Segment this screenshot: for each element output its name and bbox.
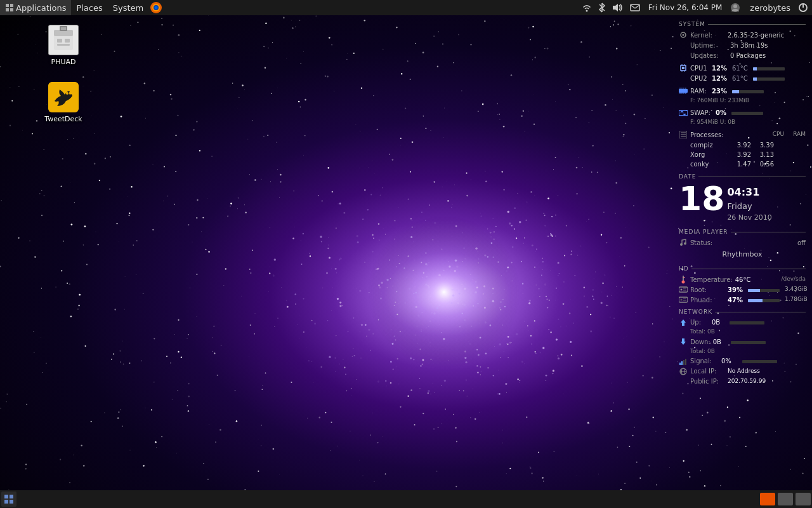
- applications-menu[interactable]: Applications: [0, 0, 71, 15]
- local-ip-icon: [679, 367, 688, 376]
- user-menu[interactable]: zerobytes: [745, 0, 796, 15]
- wifi-icon[interactable]: [580, 3, 594, 12]
- taskbar-gray-box-2: [796, 493, 811, 505]
- svg-point-8: [586, 10, 587, 12]
- signal-icon: [679, 357, 688, 366]
- date-display: 18 04:31 Friday 26 Nov 2010: [679, 182, 806, 223]
- kernel-row: Kernel: 2.6.35-23-generic: [679, 30, 806, 40]
- swap-icon: [679, 109, 688, 117]
- thermometer-icon: [679, 275, 688, 284]
- tweetdeck-label: TweetDeck: [44, 115, 82, 123]
- svg-rect-3: [10, 8, 13, 11]
- svg-rect-2: [6, 8, 9, 11]
- svg-rect-70: [4, 500, 8, 504]
- net-public-ip-row: Public IP: 202.70.59.99: [679, 377, 806, 386]
- power-icon[interactable]: [798, 3, 808, 13]
- svg-rect-69: [10, 495, 13, 498]
- svg-marker-9: [613, 4, 618, 11]
- taskbar-right: [759, 493, 812, 505]
- mail-icon[interactable]: [628, 4, 642, 11]
- uptime-row: Uptime: 3h 38m 19s: [679, 41, 806, 50]
- svg-point-7: [155, 6, 158, 10]
- updates-row: Updates: 0 Packages: [679, 51, 806, 60]
- ram-icon: [679, 86, 688, 95]
- ram-detail-row: F: 760MiB U: 233MiB: [679, 97, 806, 105]
- media-status-row: Status: off: [679, 238, 806, 248]
- firefox-launcher[interactable]: [150, 1, 162, 14]
- music-icon: [679, 238, 688, 247]
- svg-point-49: [682, 281, 685, 284]
- tweetdeck-icon-image: [48, 82, 79, 112]
- svg-point-25: [683, 34, 684, 36]
- cpu2-row: CPU2 12% 61°C: [679, 74, 806, 83]
- svg-marker-60: [681, 338, 686, 345]
- svg-rect-68: [4, 495, 8, 498]
- hd-section-title: HD: [679, 265, 806, 274]
- svg-point-46: [680, 243, 683, 246]
- user-avatar-icon[interactable]: [728, 3, 742, 13]
- svg-rect-20: [65, 39, 70, 43]
- cpu1-row: CPU1 12% 61°C: [679, 64, 806, 73]
- taskbar-gray-box: [778, 493, 793, 505]
- bottom-panel: [0, 490, 812, 508]
- svg-rect-1: [10, 4, 13, 7]
- panel-left: Applications Places System: [0, 0, 580, 15]
- svg-rect-61: [679, 363, 681, 365]
- svg-rect-0: [6, 4, 9, 7]
- phuad-icon-image: [48, 25, 79, 55]
- svg-rect-64: [685, 359, 686, 365]
- svg-rect-27: [682, 67, 684, 69]
- processes-header-row: Processes: CPU RAM: [679, 130, 806, 140]
- process-row-3: conky 1.47 0.56: [679, 159, 806, 169]
- net-up-icon: [679, 318, 688, 327]
- svg-rect-71: [10, 500, 13, 504]
- hd-root-icon: [679, 285, 688, 294]
- net-up-total-row: Total: 0B: [679, 328, 806, 337]
- net-down-icon: [679, 337, 688, 346]
- svg-rect-10: [631, 4, 639, 11]
- media-player-name: Rhythmbox: [679, 250, 806, 260]
- svg-point-47: [684, 243, 686, 245]
- conky-widget: SYSTEM Kernel: 2.6.35-23-generic Uptime:…: [679, 20, 806, 387]
- svg-rect-32: [679, 89, 688, 93]
- hd-root-row: Root: 39% 3.43GiB: [679, 285, 806, 295]
- svg-rect-41: [679, 110, 688, 116]
- hd-temp-row: Temperature: 46°C /dev/sda: [679, 275, 806, 284]
- ram-row: RAM: 23%: [679, 86, 806, 96]
- hd-phuad-row: Phuad: 47% 1.78GiB: [679, 295, 806, 305]
- kernel-icon: [679, 30, 688, 39]
- svg-rect-19: [57, 39, 62, 43]
- svg-rect-21: [57, 44, 70, 46]
- cpu-icon: [679, 64, 688, 72]
- datetime-display: Fri Nov 26, 6:04 PM: [645, 3, 726, 12]
- tweetdeck-icon[interactable]: TweetDeck: [35, 79, 92, 126]
- system-menu[interactable]: System: [108, 0, 148, 15]
- svg-point-56: [681, 299, 683, 301]
- svg-rect-51: [679, 287, 688, 292]
- taskbar-app-icon[interactable]: [1, 491, 16, 507]
- swap-row: SWAP: 0%: [679, 108, 806, 117]
- media-section-title: MEDIA PLAYER: [679, 228, 806, 237]
- desktop: Applications Places System: [0, 0, 812, 508]
- net-signal-row: Signal: 0%: [679, 356, 806, 366]
- svg-rect-18: [61, 27, 66, 30]
- svg-rect-63: [683, 360, 684, 365]
- svg-point-52: [681, 289, 683, 291]
- volume-icon[interactable]: [610, 3, 625, 12]
- process-row-2: Xorg 3.92 3.13: [679, 150, 806, 159]
- taskbar-orange-box[interactable]: [760, 493, 775, 505]
- processes-icon: [679, 130, 688, 139]
- top-panel: Applications Places System: [0, 0, 812, 15]
- phuad-label: PHUAD: [51, 58, 76, 66]
- svg-rect-50: [683, 277, 685, 278]
- places-menu[interactable]: Places: [71, 0, 107, 15]
- process-row-1: compiz 3.92 3.39: [679, 140, 806, 150]
- net-local-ip-row: Local IP: No Address: [679, 366, 806, 376]
- phuad-icon[interactable]: PHUAD: [35, 22, 92, 69]
- bluetooth-icon[interactable]: [596, 3, 608, 13]
- svg-point-23: [66, 92, 69, 95]
- svg-rect-55: [679, 297, 688, 302]
- hd-phuad-icon: [679, 295, 688, 304]
- svg-marker-59: [681, 319, 686, 326]
- net-down-total-row: Total: 0B: [679, 347, 806, 356]
